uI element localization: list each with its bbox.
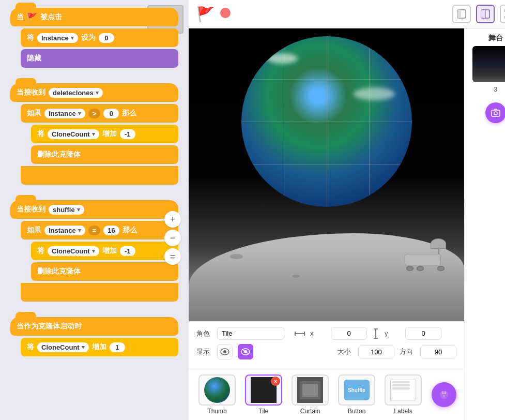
direction-input[interactable]	[420, 346, 456, 358]
zoom-in-button[interactable]: +	[164, 211, 181, 228]
stage-canvas	[189, 28, 464, 321]
display-label: 显示	[196, 347, 212, 356]
deleteclones-dropdown[interactable]: deleteclones	[49, 88, 103, 98]
add-backdrop-button[interactable]	[485, 102, 506, 123]
instance-var-1[interactable]: Instance	[44, 109, 85, 118]
x-input[interactable]	[331, 327, 367, 340]
add-sprite-area	[432, 374, 456, 415]
cloud-2	[354, 87, 395, 100]
main-area: 角色 x	[189, 28, 505, 420]
delete-clone-2[interactable]: 删除此克隆体	[31, 262, 178, 281]
stop-button[interactable]	[220, 7, 231, 21]
zoom-reset-button[interactable]: =	[164, 248, 181, 265]
sprite-item-labels[interactable]: Labels	[382, 374, 424, 415]
eye-crossed-icon	[241, 348, 250, 355]
cat-plus-icon	[438, 389, 450, 400]
camera-plus-icon	[491, 108, 501, 118]
stage-bg-preview	[472, 46, 506, 82]
change-clonecount-3[interactable]: 将 CloneCount 增加 1	[21, 338, 178, 356]
y-label: y	[385, 329, 400, 337]
clonecount-dropdown-3[interactable]: CloneCount	[37, 342, 89, 352]
split-view-button[interactable]	[476, 5, 495, 23]
change-val-2[interactable]: -1	[120, 246, 135, 256]
if-block-2[interactable]: 如果 Instance = 16 那么	[21, 221, 178, 239]
block-label: 被点击	[40, 12, 62, 22]
wheel-2	[417, 266, 424, 271]
label-line-3	[392, 387, 410, 389]
when-flag-clicked-block[interactable]: 当 🚩 被点击	[10, 8, 178, 26]
label-line-1	[392, 381, 410, 383]
grid-v-2	[327, 36, 327, 207]
sprite-label-tile: Tile	[259, 408, 269, 415]
op-gt: >	[88, 109, 101, 118]
block-group-3: 当接收到 shuffle 如果 Instance = 16 那么 将 Clone…	[10, 200, 178, 302]
compare-val-2[interactable]: 16	[103, 226, 119, 235]
sprite-list: Thumb ✕ Tile	[189, 369, 464, 420]
change-val-1[interactable]: -1	[120, 129, 135, 139]
shuffle-dropdown[interactable]: shuffle	[49, 205, 84, 215]
delete-tile-button[interactable]: ✕	[271, 377, 280, 386]
set-value[interactable]: 0	[99, 33, 114, 43]
delete-clone-1[interactable]: 删除此克隆体	[31, 145, 178, 164]
delete-label-2: 删除此克隆体	[37, 267, 81, 276]
eye-open-icon	[220, 348, 229, 355]
svg-point-0	[220, 8, 231, 18]
stage-count: 3	[494, 85, 497, 93]
hide-block[interactable]: 隐藏	[21, 49, 178, 68]
sprite-item-curtain[interactable]: Curtain	[289, 374, 331, 415]
svg-rect-2	[457, 10, 461, 18]
block-text: 增加	[92, 342, 106, 352]
change-val-3[interactable]: 1	[110, 342, 125, 352]
sprite-label-labels: Labels	[394, 408, 412, 415]
block-text: 将	[37, 129, 44, 139]
sprite-name-row: 角色 x	[196, 327, 456, 340]
svg-rect-21	[492, 110, 500, 116]
stage-area: 角色 x	[189, 28, 464, 420]
sprite-img-tile: ✕	[245, 374, 282, 406]
sprite-name-input[interactable]	[217, 327, 284, 340]
change-clonecount-2[interactable]: 将 CloneCount 增加 -1	[31, 242, 178, 260]
dish	[431, 238, 446, 249]
properties-panel: 角色 x	[189, 321, 464, 369]
sprite-img-labels	[385, 374, 422, 406]
then-label-2: 那么	[123, 226, 137, 235]
hide-button[interactable]	[238, 344, 253, 359]
instance-dropdown[interactable]: Instance	[37, 33, 78, 43]
set-variable-block[interactable]: 将 Instance 设为 0	[21, 28, 178, 47]
thumb-labels-icon	[390, 380, 416, 400]
block-text: 增加	[102, 129, 117, 139]
when-receive-shuffle[interactable]: 当接收到 shuffle	[10, 200, 178, 219]
block-text: 当接收到	[17, 88, 45, 97]
green-flag-button[interactable]: 🚩	[196, 6, 215, 23]
size-input[interactable]	[358, 346, 394, 358]
grid-v-3	[369, 36, 370, 207]
sprite-item-button[interactable]: Shuffle Button	[336, 374, 377, 415]
clone-hat-label: 当作为克隆体启动时	[17, 322, 82, 331]
instance-var-2[interactable]: Instance	[44, 226, 85, 235]
when-clone-starts[interactable]: 当作为克隆体启动时	[10, 317, 178, 336]
compare-val-1[interactable]: 0	[103, 109, 119, 118]
svg-line-16	[242, 349, 249, 354]
clonecount-dropdown-2[interactable]: CloneCount	[48, 246, 99, 256]
y-input[interactable]	[405, 327, 441, 340]
fullscreen-button[interactable]	[500, 5, 505, 23]
clonecount-dropdown-1[interactable]: CloneCount	[48, 129, 99, 139]
change-clonecount-1[interactable]: 将 CloneCount 增加 -1	[31, 125, 178, 143]
block-label: 当	[17, 12, 24, 22]
height-icon	[372, 328, 379, 339]
wheel-3	[437, 266, 445, 271]
zoom-out-button[interactable]: −	[164, 230, 181, 246]
if-label: 如果	[27, 109, 41, 118]
show-button[interactable]	[217, 344, 233, 359]
normal-view-button[interactable]	[452, 5, 471, 23]
stage-thumb[interactable]	[472, 46, 506, 82]
sprite-item-thumb[interactable]: Thumb	[196, 374, 238, 415]
when-receive-deleteclones[interactable]: 当接收到 deleteclones	[10, 83, 178, 102]
sprite-item-tile[interactable]: ✕ Tile	[243, 374, 284, 415]
sprite-label-button: Button	[348, 408, 366, 415]
zoom-controls: + − =	[164, 211, 181, 265]
add-sprite-button[interactable]	[432, 382, 456, 407]
block-text: 将	[27, 342, 34, 352]
if-block-1[interactable]: 如果 Instance > 0 那么	[21, 104, 178, 123]
crater-1	[230, 254, 243, 259]
